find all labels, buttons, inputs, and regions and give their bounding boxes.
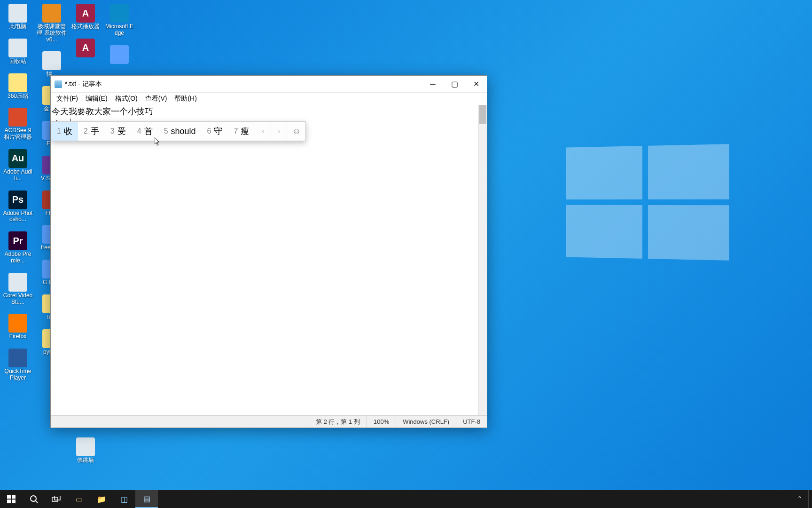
svg-rect-3 (12, 500, 16, 503)
svg-rect-1 (12, 495, 16, 499)
app-icon (8, 314, 27, 333)
desktop-icon[interactable]: ACDSee 9 相片管理器 (3, 108, 33, 141)
desktop-icon[interactable]: Corel VideoStu... (3, 273, 33, 306)
icon-label: 此电脑 (9, 24, 26, 30)
app-icon (8, 349, 27, 367)
text-line-1: 今天我要教大家一个小技巧 (52, 106, 153, 118)
candidate-number: 6 (207, 127, 211, 135)
taskbar-app-notepad[interactable]: ▤ (135, 490, 158, 508)
desktop-icons-col1: 此电脑回收站360压缩ACDSee 9 相片管理器AuAdobe Auditi.… (3, 4, 33, 381)
app-icon (8, 73, 27, 92)
ime-candidate[interactable]: 2手 (78, 122, 105, 141)
task-view-button[interactable] (45, 490, 68, 508)
desktop-icon[interactable]: 此电脑 (3, 4, 33, 30)
svg-rect-7 (55, 496, 60, 500)
status-encoding: UTF-8 (456, 416, 487, 428)
desktop-icon[interactable]: PsAdobe Photosho... (3, 190, 33, 223)
scrollbar-thumb[interactable] (479, 105, 486, 124)
taskbar[interactable]: ▭ 📁 ◫ ▤ ˄ (0, 490, 812, 508)
candidate-number: 5 (164, 127, 168, 135)
svg-line-5 (36, 501, 38, 503)
desktop-icon[interactable]: 360压缩 (3, 73, 33, 100)
desktop-icon[interactable]: 回收站 (3, 39, 33, 65)
app-icon: Pr (8, 231, 27, 250)
show-desktop-button[interactable] (808, 490, 812, 508)
desktop-icon[interactable]: QuickTime Player (3, 349, 33, 381)
candidate-text: should (171, 127, 196, 136)
taskbar-app-3[interactable]: ◫ (113, 490, 135, 508)
ime-candidate[interactable]: 7瘦 (228, 122, 255, 141)
desktop-icon[interactable]: 佛跳墙 (70, 437, 101, 464)
search-button[interactable] (23, 490, 45, 508)
close-button[interactable]: ✕ (465, 76, 487, 92)
menubar: 文件(F)编辑(E)格式(O)查看(V)帮助(H) (51, 93, 487, 105)
ime-candidate-bar[interactable]: 1收2手3受4首5should6守7瘦‹›☺ (51, 121, 306, 141)
vertical-scrollbar[interactable] (478, 105, 487, 415)
app-icon (8, 4, 27, 23)
start-button[interactable] (0, 490, 23, 508)
menu-item[interactable]: 格式(O) (111, 94, 141, 104)
mouse-cursor-icon (155, 137, 161, 148)
desktop-icon[interactable]: Microsoft Edge (104, 4, 134, 37)
taskbar-app-folder[interactable]: 📁 (90, 490, 113, 508)
tray-chevron-up-icon[interactable]: ˄ (791, 490, 808, 508)
ime-candidate[interactable]: 6守 (202, 122, 228, 141)
menu-item[interactable]: 查看(V) (141, 94, 171, 104)
icon-label: ACDSee 9 相片管理器 (3, 127, 33, 141)
window-title: *.txt - 记事本 (65, 80, 422, 88)
minimize-button[interactable]: ─ (422, 76, 444, 92)
icon-label: Adobe Photosho... (3, 210, 33, 223)
ime-candidate[interactable]: 5should (158, 122, 202, 141)
app-icon (8, 39, 27, 57)
app-icon (76, 437, 95, 456)
menu-item[interactable]: 帮助(H) (171, 94, 200, 104)
desktop-icon-bottom: 佛跳墙 (70, 437, 101, 464)
candidate-text: 手 (91, 126, 99, 137)
candidate-text: 守 (214, 126, 222, 137)
notepad-icon (55, 80, 62, 88)
maximize-button[interactable]: ▢ (444, 76, 465, 92)
candidate-number: 7 (234, 127, 238, 135)
desktop[interactable]: 此电脑回收站360压缩ACDSee 9 相片管理器AuAdobe Auditi.… (0, 0, 812, 508)
icon-label: 360压缩 (8, 93, 28, 100)
desktop-icon[interactable]: PrAdobe Premie... (3, 231, 33, 264)
titlebar[interactable]: *.txt - 记事本 ─ ▢ ✕ (51, 76, 487, 93)
app-icon (110, 4, 129, 23)
candidate-number: 4 (137, 127, 141, 135)
ime-emoji-icon[interactable]: ☺ (287, 122, 305, 141)
ime-candidate[interactable]: 1收 (51, 122, 78, 141)
desktop-icons-col3: A格式播放器A (70, 4, 101, 58)
menu-item[interactable]: 文件(F) (53, 94, 82, 104)
desktop-icon[interactable] (104, 45, 134, 65)
status-eol: Windows (CRLF) (396, 416, 456, 428)
svg-rect-0 (7, 495, 11, 499)
candidate-text: 瘦 (241, 126, 249, 137)
icon-label: 格式播放器 (71, 24, 100, 30)
svg-point-4 (31, 496, 36, 501)
desktop-icon[interactable]: A格式播放器 (70, 4, 101, 30)
menu-item[interactable]: 编辑(E) (82, 94, 111, 104)
ime-candidate[interactable]: 3受 (105, 122, 132, 141)
icon-label: 佛跳墙 (77, 457, 94, 464)
app-icon: Ps (8, 190, 27, 209)
desktop-icon[interactable]: AuAdobe Auditi... (3, 149, 33, 182)
status-position: 第 2 行，第 1 列 (309, 416, 367, 428)
window-controls: ─ ▢ ✕ (422, 76, 487, 92)
desktop-icon[interactable]: 恺... (37, 51, 67, 78)
icon-label: Firefox (9, 333, 27, 340)
icon-label: Microsoft Edge (104, 24, 134, 37)
app-icon (42, 4, 61, 23)
ime-next-icon[interactable]: › (271, 122, 287, 141)
svg-rect-6 (52, 497, 58, 501)
ime-prev-icon[interactable]: ‹ (255, 122, 271, 141)
icon-label: Corel VideoStu... (3, 293, 33, 306)
desktop-icon[interactable]: A (70, 39, 101, 58)
status-zoom: 100% (367, 416, 396, 428)
app-icon (42, 51, 61, 70)
desktop-icon[interactable]: 极域课堂管理 系统软件v6... (37, 4, 67, 43)
desktop-icon[interactable]: Firefox (3, 314, 33, 340)
app-icon: A (76, 39, 95, 57)
taskbar-app-explorer[interactable]: ▭ (68, 490, 90, 508)
candidate-number: 2 (84, 127, 88, 135)
text-area[interactable]: 今天我要教大家一个小技巧 shou (51, 105, 487, 415)
